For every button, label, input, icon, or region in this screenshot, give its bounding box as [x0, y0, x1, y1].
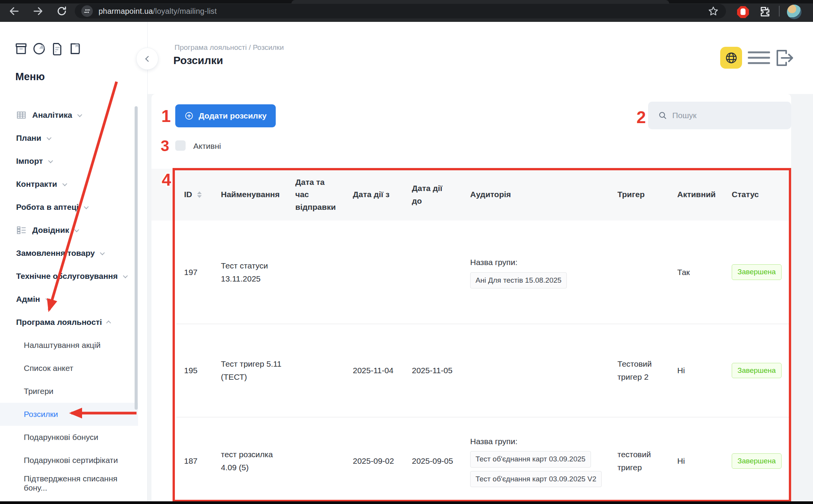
browser-chrome: pharmapoint.ua/loyalty/mailing-list: [0, 0, 813, 22]
sidebar-item-triggers[interactable]: Тригери: [0, 380, 138, 403]
menu-hamburger-icon[interactable]: [748, 51, 770, 64]
language-globe-button[interactable]: [720, 47, 742, 69]
sidebar-item-label: Плани: [16, 133, 41, 143]
sidebar-item-plans[interactable]: Плани: [0, 127, 138, 150]
chevron-left-icon: [145, 56, 151, 62]
col-header-date-from: Дата дії з: [345, 169, 404, 221]
col-header-sent-datetime: Дата та час відправки: [288, 169, 345, 221]
cell-name: Тест статуси 13.11.2025: [213, 221, 288, 324]
sidebar-item-writeoff-confirmation[interactable]: Підтвердження списання бону...: [0, 472, 138, 495]
table-row[interactable]: 197 Тест статуси 13.11.2025 Назва групи:…: [176, 221, 791, 324]
logout-icon[interactable]: [774, 47, 794, 69]
cell-status: Завершена: [724, 221, 791, 324]
cell-active: Ні: [670, 324, 724, 417]
bookmark-star-icon[interactable]: [708, 5, 719, 17]
sidebar-item-maintenance[interactable]: Технічне обслуговування: [0, 265, 138, 288]
sidebar-item-promo-settings[interactable]: Налаштування акцій: [0, 334, 138, 357]
sidebar-collapse-button[interactable]: [136, 48, 158, 70]
sidebar-item-label: Розсилки: [24, 410, 58, 419]
col-label: Дата дії до: [412, 182, 447, 207]
breadcrumb[interactable]: Програма лояльності / Розсилки: [174, 43, 284, 52]
col-label: Дата та час відправки: [295, 176, 331, 214]
cell-id: 195: [176, 324, 213, 417]
sidebar-item-pharmacy-work[interactable]: Робота в аптеці: [0, 196, 138, 219]
col-header-id[interactable]: ID: [176, 169, 213, 221]
sidebar-item-analytics[interactable]: Аналітика: [0, 104, 138, 127]
active-tab[interactable]: [291, 0, 669, 3]
audience-group-label: Назва групи:: [470, 435, 517, 448]
col-label: Статус: [732, 188, 759, 201]
extensions-icon[interactable]: [759, 5, 772, 18]
sidebar-item-label: Програма лояльності: [16, 318, 102, 327]
sidebar: Меню Аналітика Плани Імпорт Контракти Ро…: [0, 22, 148, 504]
url-bar[interactable]: pharmapoint.ua/loyalty/mailing-list: [75, 4, 726, 18]
cell-date-to: [404, 221, 462, 324]
sidebar-item-gift-certificates[interactable]: Подарункові сертифікати: [0, 449, 138, 472]
profile-avatar[interactable]: [787, 5, 801, 19]
chevron-down-icon: [77, 112, 82, 117]
sidebar-item-loyalty-program[interactable]: Програма лояльності: [0, 311, 138, 334]
add-mailing-button[interactable]: Додати розсилку: [175, 104, 276, 127]
sidebar-item-label: Аналітика: [32, 110, 72, 120]
site-settings-icon[interactable]: [81, 5, 93, 17]
col-label: Аудиторія: [470, 188, 511, 201]
cell-sent-datetime: [288, 417, 345, 504]
sidebar-item-questionnaires[interactable]: Список анкет: [0, 357, 138, 380]
col-label: Дата дії з: [353, 188, 390, 201]
chevron-up-icon: [106, 320, 111, 325]
cell-date-from: [345, 221, 404, 324]
table-row[interactable]: 195 Тест тригер 5.11 (ТЕСТ) 2025-11-04 2…: [176, 324, 791, 417]
sidebar-item-mailings[interactable]: Розсилки: [0, 403, 138, 426]
add-mailing-label: Додати розсилку: [199, 111, 267, 120]
document-icon: [50, 41, 64, 56]
sort-icon[interactable]: [197, 191, 202, 198]
sidebar-item-label: Замовлення товару: [16, 249, 95, 258]
sidebar-scrollbar[interactable]: [135, 106, 138, 410]
reload-icon[interactable]: [56, 5, 67, 17]
active-filter-checkbox[interactable]: [175, 140, 186, 151]
sidebar-item-directory[interactable]: Довідник: [0, 219, 138, 242]
col-label: Активний: [677, 188, 716, 201]
back-icon[interactable]: [8, 5, 20, 17]
sidebar-item-import[interactable]: Імпорт: [0, 150, 138, 173]
sidebar-item-goods-order[interactable]: Замовлення товару: [0, 242, 138, 265]
search-input[interactable]: [672, 111, 780, 120]
cell-audience: Назва групи: Ані Для тестів 15.08.2025: [462, 221, 610, 324]
sidebar-item-label: Налаштування акцій: [24, 341, 100, 350]
status-badge: Завершена: [732, 363, 782, 378]
cell-audience: Назва групи: Тест об'єднання карт 03.09.…: [462, 417, 610, 504]
sidebar-item-gift-bonuses[interactable]: Подарункові бонуси: [0, 426, 138, 449]
cell-date-from: 2025-09-02: [345, 417, 404, 504]
forward-icon[interactable]: [32, 5, 44, 17]
page-title: Розсилки: [173, 54, 223, 67]
cell-date-from: 2025-11-04: [345, 324, 404, 417]
cell-name: Тест тригер 5.11 (ТЕСТ): [213, 324, 288, 417]
chevron-down-icon: [48, 158, 53, 163]
main-area: Програма лояльності / Розсилки Розсилки …: [148, 22, 813, 504]
chevron-down-icon: [84, 204, 89, 209]
status-badge: Завершена: [732, 264, 782, 280]
search-box[interactable]: [648, 102, 791, 129]
table-row[interactable]: 187 тест розсилка 4.09 (5) 2025-09-02 20…: [176, 417, 791, 504]
pie-chart-icon: [32, 41, 46, 56]
sidebar-item-contracts[interactable]: Контракти: [0, 173, 138, 196]
sidebar-item-label: Список анкет: [24, 364, 73, 373]
adblock-extension-icon[interactable]: [737, 6, 749, 18]
chevron-down-icon: [74, 227, 79, 232]
sidebar-item-label: Робота в аптеці: [16, 203, 79, 212]
col-label: Найменування: [221, 188, 280, 201]
sidebar-item-label: Подарункові бонуси: [24, 433, 98, 442]
cell-id: 197: [176, 221, 213, 324]
sidebar-item-label: Довідник: [32, 226, 69, 235]
tab-strip: [0, 0, 813, 3]
content-card: Додати розсилку Активні ID Найменування: [151, 94, 791, 504]
cell-trigger: тестовий тригер: [610, 417, 670, 504]
grid-icon: [16, 110, 26, 120]
logo-icons: [14, 41, 82, 56]
sidebar-item-label: Подарункові сертифікати: [24, 456, 118, 465]
col-label: ID: [184, 188, 192, 201]
col-header-audience: Аудиторія: [462, 169, 610, 221]
url-path: /loyalty/mailing-list: [153, 7, 217, 15]
sidebar-item-admin[interactable]: Адмін: [0, 288, 138, 311]
col-header-date-to: Дата дії до: [404, 169, 462, 221]
